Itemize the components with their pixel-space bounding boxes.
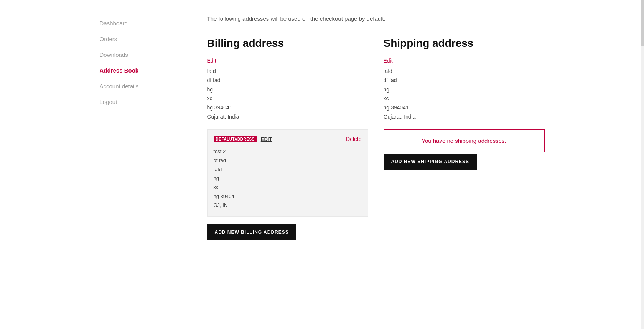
billing-address-section: Billing address Edit fafd df fad hg xc h… (207, 37, 368, 240)
address-card-header: DEFALUTADDRESS EDIT Delete (214, 136, 362, 142)
sidebar-item-logout[interactable]: Logout (100, 94, 184, 110)
no-shipping-box: You have no shipping addresses. (384, 129, 545, 152)
scrollbar-thumb[interactable] (641, 0, 644, 46)
add-billing-address-button[interactable]: ADD NEW BILLING ADDRESS (207, 224, 296, 240)
address-columns: Billing address Edit fafd df fad hg xc h… (207, 37, 545, 240)
no-shipping-text: You have no shipping addresses. (392, 137, 537, 144)
card-line-6: hg 394041 (214, 192, 362, 201)
address-card-actions: DEFALUTADDRESS EDIT (214, 136, 272, 142)
sidebar: Dashboard Orders Downloads Address Book … (100, 15, 184, 240)
shipping-line-5: hg 394041 (384, 103, 545, 112)
shipping-line-6: Gujarat, India (384, 112, 545, 122)
card-edit-button[interactable]: EDIT (261, 136, 272, 142)
billing-line-5: hg 394041 (207, 103, 368, 112)
shipping-line-3: hg (384, 85, 545, 94)
card-line-5: xc (214, 183, 362, 192)
intro-text: The following addresses will be used on … (207, 15, 545, 22)
billing-address-card: DEFALUTADDRESS EDIT Delete test 2 df fad… (207, 129, 368, 217)
billing-line-2: df fad (207, 76, 368, 85)
sidebar-item-dashboard[interactable]: Dashboard (100, 15, 184, 31)
sidebar-item-address-book[interactable]: Address Book (100, 63, 184, 78)
shipping-address-section: Shipping address Edit fafd df fad hg xc … (384, 37, 545, 240)
default-badge: DEFALUTADDRESS (214, 136, 257, 142)
add-shipping-address-button[interactable]: ADD NEW SHIPPING ADDRESS (384, 154, 477, 170)
sidebar-nav: Dashboard Orders Downloads Address Book … (100, 15, 184, 110)
card-line-3: fafd (214, 165, 362, 174)
billing-line-6: Gujarat, India (207, 112, 368, 122)
shipping-edit-link[interactable]: Edit (384, 58, 393, 64)
billing-line-1: fafd (207, 67, 368, 76)
billing-line-3: hg (207, 85, 368, 94)
shipping-line-4: xc (384, 94, 545, 103)
sidebar-item-orders[interactable]: Orders (100, 31, 184, 47)
shipping-default-address: fafd df fad hg xc hg 394041 Gujarat, Ind… (384, 67, 545, 122)
main-content: The following addresses will be used on … (207, 15, 545, 240)
sidebar-item-account-details[interactable]: Account details (100, 78, 184, 94)
billing-edit-link[interactable]: Edit (207, 58, 216, 64)
billing-line-4: xc (207, 94, 368, 103)
card-delete-link[interactable]: Delete (346, 136, 361, 142)
scrollbar-track (641, 0, 644, 256)
shipping-address-title: Shipping address (384, 37, 545, 50)
card-line-4: hg (214, 174, 362, 183)
shipping-line-1: fafd (384, 67, 545, 76)
card-line-7: GJ, IN (214, 201, 362, 210)
shipping-line-2: df fad (384, 76, 545, 85)
card-line-2: df fad (214, 156, 362, 165)
billing-address-title: Billing address (207, 37, 368, 50)
sidebar-item-downloads[interactable]: Downloads (100, 47, 184, 63)
card-line-1: test 2 (214, 147, 362, 156)
billing-default-address: fafd df fad hg xc hg 394041 Gujarat, Ind… (207, 67, 368, 122)
